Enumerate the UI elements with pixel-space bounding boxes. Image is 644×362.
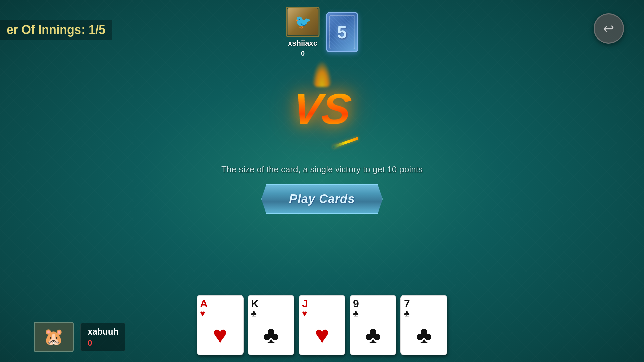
vs-slash	[332, 137, 359, 149]
opponent-name: xshiiaxc	[288, 39, 317, 48]
card-rank-4: 7	[404, 298, 410, 309]
card-top-4: 7 ♣	[404, 298, 444, 318]
playing-card-3[interactable]: 9 ♣ ♣	[350, 295, 396, 355]
playing-card-0[interactable]: A ♥ ♥	[197, 295, 244, 355]
card-top-2: J ♥	[302, 298, 342, 318]
card-top-0: A ♥	[200, 298, 240, 318]
player-avatar: 🐹	[34, 322, 74, 352]
game-description: The size of the card, a single victory t…	[221, 164, 423, 175]
opponent-score: 0	[301, 50, 305, 57]
innings-text: er Of Innings: 1/5	[7, 23, 105, 37]
card-center-1: ♣	[251, 318, 291, 352]
playing-card-4[interactable]: 7 ♣ ♣	[400, 295, 447, 355]
rank-card: 5	[326, 12, 358, 52]
card-top-3: 9 ♣	[353, 298, 393, 318]
card-top-1: K ♣	[251, 298, 291, 318]
card-rank-1: K	[251, 298, 259, 309]
cards-row: A ♥ ♥ K ♣ ♣ J ♥ ♥ 9 ♣ ♣ 7 ♣	[197, 295, 447, 355]
vs-flame	[312, 60, 332, 87]
player-score: 0	[88, 338, 92, 348]
card-center-0: ♥	[200, 318, 240, 352]
vs-text: VS	[291, 84, 354, 134]
card-rank-0: A	[200, 298, 208, 309]
opponent-avatar-icon: 🐦	[294, 14, 311, 30]
card-rank-2: J	[302, 298, 308, 309]
opponent-avatar-box: 🐦	[286, 7, 320, 37]
player-avatar-icon: 🐹	[44, 327, 64, 346]
card-suit-center-0: ♥	[213, 323, 227, 347]
opponent-area: 🐦 xshiiaxc 0 5	[286, 7, 358, 57]
card-suit-center-2: ♥	[315, 323, 329, 347]
card-suit-top-1: ♣	[251, 309, 257, 318]
player-name: xabuuh	[88, 326, 118, 337]
card-center-2: ♥	[302, 318, 342, 352]
innings-counter: er Of Innings: 1/5	[0, 20, 112, 40]
opponent-player-card: 🐦 xshiiaxc 0	[286, 7, 320, 57]
opponent-avatar: 🐦	[288, 8, 318, 35]
player-bottom-area: 🐹 xabuuh 0	[34, 322, 125, 352]
card-suit-center-3: ♣	[365, 323, 381, 347]
card-suit-top-4: ♣	[404, 309, 410, 318]
rank-number: 5	[337, 22, 347, 42]
card-suit-top-2: ♥	[302, 309, 307, 318]
vs-container: VS	[272, 67, 372, 151]
player-info-box: xabuuh 0	[80, 323, 125, 351]
playing-card-1[interactable]: K ♣ ♣	[248, 295, 294, 355]
card-rank-3: 9	[353, 298, 359, 309]
card-suit-center-1: ♣	[263, 323, 279, 347]
playing-card-2[interactable]: J ♥ ♥	[299, 295, 345, 355]
card-center-4: ♣	[404, 318, 444, 352]
card-suit-top-3: ♣	[353, 309, 359, 318]
card-suit-center-4: ♣	[416, 323, 432, 347]
card-suit-top-0: ♥	[200, 309, 205, 318]
play-cards-button[interactable]: Play Cards	[261, 184, 383, 214]
back-button[interactable]: ↩	[594, 13, 624, 44]
card-center-3: ♣	[353, 318, 393, 352]
back-arrow-icon: ↩	[603, 21, 614, 36]
